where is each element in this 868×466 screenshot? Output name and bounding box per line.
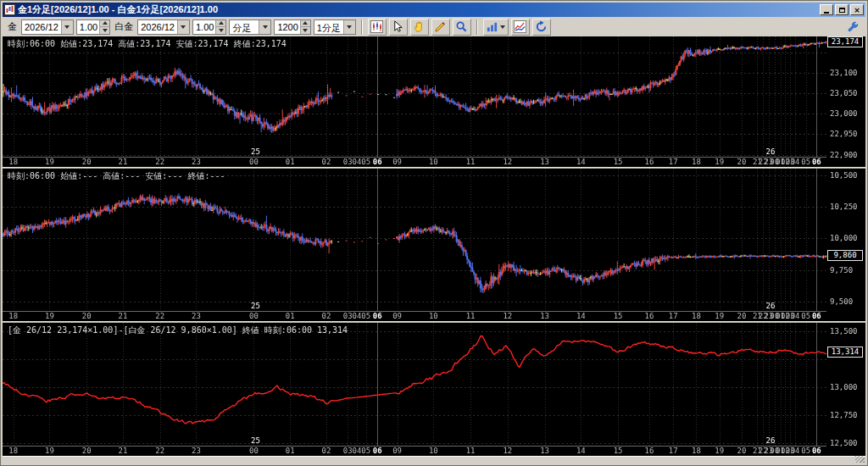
gold-chart-canvas[interactable] (3, 36, 865, 167)
spread-info: [金 26/12 23,174×1.00]-[白金 26/12 9,860×1.… (8, 325, 348, 336)
chart-grid-button[interactable] (368, 19, 387, 36)
gold-symbol-label: 金 (8, 20, 17, 33)
zoom-tool-button[interactable] (453, 19, 471, 36)
candlestick-grid-icon (370, 20, 383, 33)
chevron-down-icon (500, 25, 505, 29)
hand-tool-button[interactable] (410, 19, 429, 36)
chevron-down-icon[interactable] (343, 20, 355, 34)
gold-multiplier-stepper[interactable]: 1.00 (76, 19, 110, 35)
draw-tool-button[interactable] (431, 19, 450, 36)
gold-ohlc-info: 時刻:06:00 始値:23,174 高値:23,174 安値:23,174 終… (8, 38, 287, 50)
cursor-tool-button[interactable] (389, 19, 408, 36)
platinum-ohlc-info: 時刻:06:00 始値:--- 高値:--- 安値:--- 終値:--- (8, 170, 225, 182)
gold-price-badge: 23,174 (827, 36, 863, 47)
minimize-button[interactable] (820, 4, 833, 15)
status-bar (3, 456, 865, 463)
chevron-down-icon[interactable] (177, 20, 189, 34)
gold-contract-select[interactable]: 2026/12 (21, 19, 74, 35)
chart-type-button[interactable] (511, 19, 530, 36)
window-title: 金1分足[2026/12]1.00 - 白金1分足[2026/12]1.00 (18, 3, 818, 16)
app-window: 金1分足[2026/12]1.00 - 白金1分足[2026/12]1.00 ×… (0, 0, 868, 466)
platinum-price-badge: 9,860 (827, 250, 863, 261)
line-chart-icon (514, 20, 526, 33)
pencil-icon (434, 20, 447, 33)
spin-up-icon[interactable] (100, 20, 109, 27)
platinum-multiplier-stepper[interactable]: 1.00 (192, 19, 226, 35)
app-icon (4, 4, 15, 15)
platinum-chart-canvas[interactable] (3, 169, 865, 321)
toolbar-separator (361, 19, 363, 35)
bar-type-select[interactable]: 分足 (229, 19, 271, 35)
platinum-contract-select[interactable]: 2026/12 (137, 19, 190, 35)
resize-grip[interactable] (855, 456, 865, 463)
spread-chart-canvas[interactable] (3, 323, 865, 456)
refresh-icon (535, 20, 548, 33)
title-bar[interactable]: 金1分足[2026/12]1.00 - 白金1分足[2026/12]1.00 × (3, 3, 865, 17)
settings-wrench-icon (847, 20, 860, 33)
spin-up-icon[interactable] (301, 20, 310, 27)
restore-button[interactable] (835, 4, 849, 15)
minimize-icon (824, 12, 829, 14)
timeframe-select[interactable]: 1分足 (314, 19, 356, 35)
gold-chart-panel: 時刻:06:00 始値:23,174 高値:23,174 安値:23,174 終… (3, 36, 865, 167)
cursor-icon (392, 20, 404, 33)
restore-icon (839, 8, 845, 13)
spin-down-icon[interactable] (216, 26, 225, 34)
spin-down-icon[interactable] (100, 26, 109, 34)
bar-chart-icon (486, 20, 498, 33)
magnifier-icon (455, 20, 468, 33)
chevron-down-icon[interactable] (61, 20, 73, 34)
spin-up-icon[interactable] (216, 20, 225, 27)
spread-price-badge: 13,314 (827, 347, 863, 358)
close-button[interactable]: × (850, 4, 864, 15)
indicator-button[interactable] (483, 19, 509, 36)
platinum-symbol-label: 白金 (114, 20, 133, 33)
chart-area: 時刻:06:00 始値:23,174 高値:23,174 安値:23,174 終… (3, 36, 865, 456)
toolbar: 金 2026/12 1.00 白金 2026/12 1.00 分足 1200 1… (3, 17, 865, 36)
spin-down-icon[interactable] (301, 26, 310, 34)
platinum-chart-panel: 時刻:06:00 始値:--- 高値:--- 安値:--- 終値:--- 9,8… (3, 169, 865, 321)
hand-icon (413, 20, 426, 33)
toolbar-separator (476, 19, 478, 35)
bar-count-stepper[interactable]: 1200 (274, 19, 310, 35)
refresh-button[interactable] (532, 19, 551, 36)
spread-chart-panel: [金 26/12 23,174×1.00]-[白金 26/12 9,860×1.… (3, 323, 865, 456)
settings-button[interactable] (843, 19, 862, 36)
chevron-down-icon[interactable] (259, 20, 270, 34)
